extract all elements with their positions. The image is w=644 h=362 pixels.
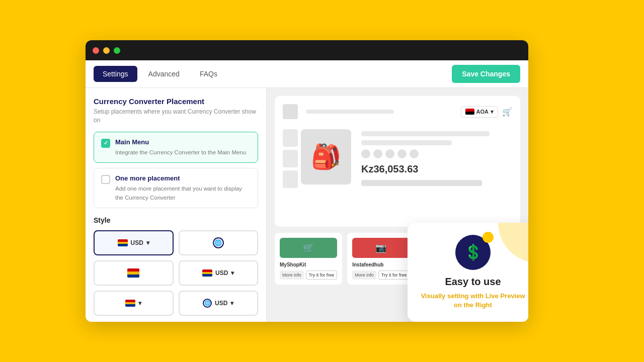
style-option-1[interactable]: USD ▾ xyxy=(94,230,174,255)
currency-badge-label: AOA xyxy=(476,109,489,115)
instafeedhub-icon: 📷 xyxy=(375,242,386,253)
extra-placement-description: Add one more placement that you want to … xyxy=(115,186,242,201)
product-main-image: 🎒 xyxy=(301,129,351,185)
bag-icon: 🎒 xyxy=(311,143,341,171)
style-option-3[interactable] xyxy=(94,260,174,286)
myshopkit-actions: More info Try it for free xyxy=(280,270,337,280)
product-color-dots xyxy=(361,149,512,158)
style-section: Style USD ▾ xyxy=(94,216,258,316)
color-dot-3 xyxy=(385,149,394,158)
app-card-instafeedhub: 📷 Instafeedhub More info Try it for free xyxy=(347,233,415,285)
angola-flag-icon xyxy=(465,109,474,115)
product-line-1 xyxy=(361,131,490,136)
instafeedhub-try[interactable]: Try it for free xyxy=(378,270,410,280)
placement-main-menu[interactable]: Main Menu Integrate the Currency Convert… xyxy=(94,132,258,163)
style-grid-row2: USD ▾ xyxy=(94,260,258,286)
instafeedhub-more-info[interactable]: More info xyxy=(352,270,376,280)
add-to-cart-placeholder xyxy=(361,180,482,186)
currency-label-1: USD xyxy=(131,239,143,246)
cart-icon: 🛒 xyxy=(502,107,512,117)
extra-placement-checkbox[interactable] xyxy=(101,175,110,184)
product-info: Kz36,053.63 xyxy=(361,131,512,186)
close-dot[interactable] xyxy=(93,47,99,54)
tabs: Settings Advanced FAQs xyxy=(94,66,452,82)
instafeedhub-header: 📷 xyxy=(352,238,410,258)
sidebar: Currency Converter Placement Setup place… xyxy=(86,88,267,322)
preview-area: AOA ▾ 🛒 🎒 xyxy=(267,88,528,322)
preview-top-bar: AOA ▾ 🛒 xyxy=(283,104,512,119)
product-thumbnails: 🎒 xyxy=(283,129,351,188)
preview-card: AOA ▾ 🛒 🎒 xyxy=(275,96,520,227)
tab-advanced[interactable]: Advanced xyxy=(139,66,189,82)
style-option-4[interactable]: USD ▾ xyxy=(179,260,259,286)
app-card-myshopkit: 🛒 MyShopKit More info Try it for free xyxy=(275,233,342,285)
tab-settings[interactable]: Settings xyxy=(94,66,137,82)
preview-nav xyxy=(306,110,453,114)
currency-badge-arrow: ▾ xyxy=(491,109,494,115)
preview-product: 🎒 Kz36,053.63 xyxy=(283,129,512,188)
dropdown-arrow-4: ▾ xyxy=(230,300,233,307)
main-menu-checkbox[interactable] xyxy=(101,139,110,148)
titlebar xyxy=(86,40,528,60)
color-dot-5 xyxy=(410,149,419,158)
color-dot-2 xyxy=(373,149,382,158)
product-price: Kz36,053.63 xyxy=(361,163,512,175)
dropdown-arrow-2: ▾ xyxy=(231,269,234,277)
instafeedhub-name: Instafeedhub xyxy=(352,262,410,267)
dropdown-arrow-3: ▾ xyxy=(138,300,141,307)
thumbnail-3 xyxy=(283,170,298,188)
globe-icon: 🌐 xyxy=(213,237,224,248)
thumbnail-2 xyxy=(283,150,298,167)
style-option-6[interactable]: 🌐 USD ▾ xyxy=(179,291,259,316)
nav-line xyxy=(306,110,394,114)
myshopkit-icon: 🛒 xyxy=(303,242,314,253)
extra-placement-label: One more placement xyxy=(115,174,251,182)
placement-extra[interactable]: One more placement Add one more placemen… xyxy=(94,168,258,208)
main-menu-description: Integrate the Currency Converter to the … xyxy=(115,149,246,155)
maximize-dot[interactable] xyxy=(114,47,120,54)
currency-badge[interactable]: AOA ▾ xyxy=(461,106,498,118)
venezuela-flag-icon xyxy=(118,239,128,246)
venezuela-flag-icon-2 xyxy=(127,268,139,278)
myshopkit-header: 🛒 xyxy=(280,238,337,258)
color-dot-4 xyxy=(397,149,407,158)
venezuela-flag-icon-3 xyxy=(202,269,212,277)
style-grid-row1: USD ▾ 🌐 xyxy=(94,230,258,255)
save-changes-button[interactable]: Save Changes xyxy=(452,65,520,83)
placement-section: Currency Converter Placement Setup place… xyxy=(94,97,258,208)
placement-subtitle: Setup placements where you want Currency… xyxy=(94,108,258,125)
instafeedhub-actions: More info Try it for free xyxy=(352,270,410,280)
placement-title: Currency Converter Placement xyxy=(94,97,258,106)
style-title: Style xyxy=(94,216,258,224)
product-line-2 xyxy=(361,140,452,145)
minimize-dot[interactable] xyxy=(103,47,110,54)
color-dot-1 xyxy=(361,149,370,158)
promo-subtitle: Visually setting with Live Preview on th… xyxy=(420,292,526,310)
style-option-2[interactable]: 🌐 xyxy=(179,230,259,255)
globe-icon-2: 🌐 xyxy=(203,299,212,308)
main-content: Currency Converter Placement Setup place… xyxy=(86,88,528,322)
tab-bar: Settings Advanced FAQs Save Changes xyxy=(86,60,528,88)
myshopkit-try[interactable]: Try it for free xyxy=(306,270,338,280)
main-menu-label: Main Menu xyxy=(115,138,246,146)
promo-card: 💲 Easy to use Visually setting with Live… xyxy=(408,223,528,322)
preview-logo xyxy=(283,104,298,119)
myshopkit-name: MyShopKit xyxy=(280,262,337,267)
promo-title: Easy to use xyxy=(420,276,526,288)
dropdown-arrow-1: ▾ xyxy=(146,239,149,246)
tab-faqs[interactable]: FAQs xyxy=(191,66,226,82)
style-option-5[interactable]: ▾ xyxy=(94,291,174,316)
style-grid-row3: ▾ 🌐 USD ▾ xyxy=(94,291,258,316)
venezuela-flag-icon-4 xyxy=(125,300,135,307)
thumbnail-1 xyxy=(283,129,298,147)
promo-wave-decoration xyxy=(498,223,528,263)
currency-label-2: USD xyxy=(215,269,228,277)
currency-label-3: USD xyxy=(215,300,227,307)
myshopkit-more-info[interactable]: More info xyxy=(280,270,304,280)
promo-icon: 💲 xyxy=(455,235,491,270)
app-window: Settings Advanced FAQs Save Changes Curr… xyxy=(86,40,528,322)
